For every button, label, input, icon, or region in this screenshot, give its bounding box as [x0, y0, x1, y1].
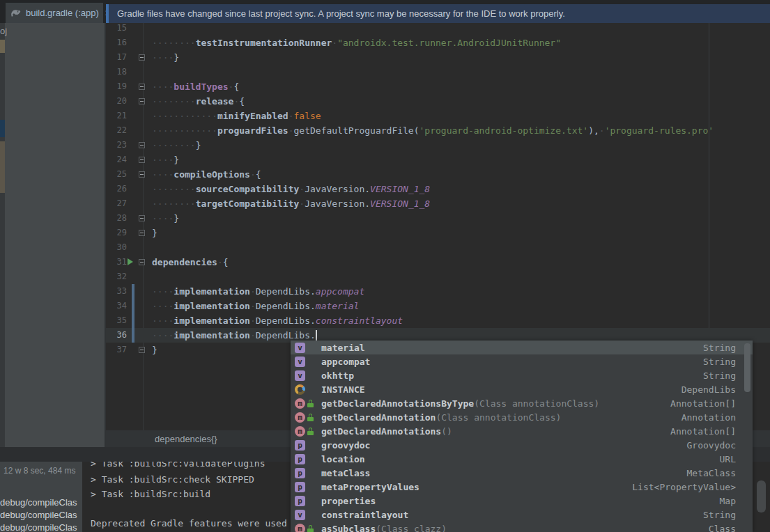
console-scrollbar-thumb[interactable] [757, 480, 766, 513]
edge-color-block [0, 40, 5, 53]
line-number: 25 [109, 167, 127, 182]
completion-item-icons: m [295, 426, 321, 437]
completion-item-okhttp[interactable]: vokhttpString [291, 368, 753, 382]
completion-item-appcompat[interactable]: vappcompatString [291, 354, 753, 368]
line-number: 24 [109, 152, 127, 167]
code-line-32[interactable]: 32 [106, 269, 770, 284]
completion-item-metaClass[interactable]: pmetaClassMetaClass [291, 466, 753, 480]
variable-icon: v [295, 343, 305, 353]
project-panel [0, 23, 106, 449]
line-number: 17 [109, 50, 127, 65]
code-text: ····} [152, 50, 179, 65]
code-line-16[interactable]: 16········testInstrumentationRunner·"and… [106, 36, 770, 50]
code-line-22[interactable]: 22············proguardFiles·getDefaultPr… [106, 123, 770, 138]
completion-type: String [703, 510, 736, 520]
console-line: > Task :buildSrc:check SKIPPED [91, 472, 254, 487]
completion-type: List<PropertyValue> [632, 482, 736, 492]
variable-icon: v [295, 357, 305, 367]
method-icon: m [295, 524, 305, 532]
code-line-15[interactable]: 15 [106, 23, 770, 36]
line-number: 23 [109, 138, 127, 152]
fold-icon[interactable] [139, 142, 145, 148]
fold-icon[interactable] [139, 157, 145, 163]
run-gutter-icon[interactable] [128, 258, 133, 265]
code-line-33[interactable]: 33····implementation·DependLibs.appcompa… [106, 284, 770, 299]
code-line-17[interactable]: 17····} [106, 50, 770, 65]
build-file-item[interactable]: debug/compileClas [0, 522, 82, 532]
project-panel-clipped-label: oj [0, 26, 7, 36]
line-number: 32 [109, 269, 127, 284]
code-line-28[interactable]: 28····} [106, 211, 770, 226]
code-line-29[interactable]: 29} [106, 226, 770, 240]
code-line-20[interactable]: 20········release·{ [106, 94, 770, 109]
completion-item-constraintlayout[interactable]: vconstraintlayoutString [291, 508, 753, 522]
fold-icon[interactable] [139, 347, 145, 353]
completion-item-icons: p [295, 482, 321, 492]
code-text: dependencies·{ [152, 255, 229, 269]
code-line-30[interactable]: 30 [106, 240, 770, 255]
completion-item-properties[interactable]: ppropertiesMap [291, 494, 753, 508]
code-line-31[interactable]: 31dependencies·{ [106, 255, 770, 269]
code-line-27[interactable]: 27········targetCompatibility·JavaVersio… [106, 196, 770, 211]
completion-item-asSubclass[interactable]: masSubclass(Class clazz)Class [291, 522, 753, 532]
variable-icon: v [295, 370, 305, 381]
line-number: 18 [109, 65, 127, 79]
fold-icon[interactable] [139, 98, 145, 104]
completion-item-groovydoc[interactable]: pgroovydocGroovydoc [291, 438, 753, 452]
changed-line-marker [132, 284, 134, 299]
code-line-35[interactable]: 35····implementation·DependLibs.constrai… [106, 313, 770, 328]
completion-scrollbar-thumb[interactable] [744, 343, 750, 392]
tab-build-gradle-app[interactable]: build.gradle (:app) ✕ [6, 3, 103, 23]
completion-name: metaPropertyValues [321, 482, 419, 492]
line-number: 36 [109, 328, 127, 343]
fold-icon[interactable] [139, 215, 145, 221]
completion-items: vmaterialStringvappcompatStringvokhttpSt… [291, 341, 753, 532]
property-icon: p [295, 454, 305, 464]
changed-line-marker [132, 328, 134, 343]
completion-name: appcompat [321, 357, 370, 367]
code-line-25[interactable]: 25····compileOptions·{ [106, 167, 770, 182]
fold-icon[interactable] [139, 54, 145, 61]
code-line-21[interactable]: 21············minifyEnabled·false [106, 109, 770, 123]
code-text: ········release·{ [152, 94, 245, 109]
code-line-26[interactable]: 26········sourceCompatibility·JavaVersio… [106, 182, 770, 196]
fold-icon[interactable] [139, 259, 145, 265]
completion-item-icons: p [295, 440, 321, 451]
code-text: ········testInstrumentationRunner·"andro… [152, 36, 561, 50]
code-line-24[interactable]: 24····} [106, 152, 770, 167]
line-number: 28 [109, 211, 127, 226]
completion-type: String [703, 370, 736, 381]
completion-item-icons: p [295, 454, 321, 464]
text-caret [316, 330, 317, 341]
completion-name: material [321, 343, 365, 353]
build-file-item[interactable]: debug/compileClas [0, 496, 82, 509]
completion-item-icons [295, 384, 321, 395]
code-line-19[interactable]: 19····buildTypes·{ [106, 79, 770, 94]
completion-item-getDeclaredAnnotations[interactable]: mgetDeclaredAnnotations()Annotation[] [291, 424, 753, 438]
completion-name: getDeclaredAnnotations [321, 426, 441, 437]
code-text: ········targetCompatibility·JavaVersion.… [152, 196, 430, 211]
ide-window: build.gradle (:app) ✕ Gradle files have … [0, 0, 770, 532]
code-line-23[interactable]: 23········} [106, 138, 770, 152]
completion-type: Map [720, 496, 736, 506]
completion-item-getDeclaredAnnotation[interactable]: mgetDeclaredAnnotation(Class annotationC… [291, 410, 753, 424]
fold-icon[interactable] [139, 84, 145, 90]
line-number: 20 [109, 94, 127, 109]
code-line-34[interactable]: 34····implementation·DependLibs.material [106, 299, 770, 313]
completion-item-getDeclaredAnnotationsByType[interactable]: mgetDeclaredAnnotationsByType(Class anno… [291, 396, 753, 410]
fold-icon[interactable] [139, 230, 145, 236]
completion-item-INSTANCE[interactable]: INSTANCEDependLibs [291, 382, 753, 396]
breadcrumb-dependencies[interactable]: dependencies{} [155, 434, 217, 444]
build-file-item[interactable]: debug/compileClas [0, 509, 82, 522]
code-line-18[interactable]: 18 [106, 65, 770, 79]
fold-icon[interactable] [139, 171, 145, 178]
line-number: 37 [109, 343, 127, 357]
completion-type: Annotation[] [670, 398, 736, 409]
completion-type: Groovydoc [687, 440, 736, 451]
gradle-elephant-icon [10, 8, 22, 17]
completion-item-material[interactable]: vmaterialString [291, 341, 753, 354]
completion-item-location[interactable]: plocationURL [291, 452, 753, 466]
completion-item-metaPropertyValues[interactable]: pmetaPropertyValuesList<PropertyValue> [291, 480, 753, 494]
console-line: Deprecated Gradle features were used [91, 516, 287, 531]
completion-name: properties [321, 496, 376, 506]
